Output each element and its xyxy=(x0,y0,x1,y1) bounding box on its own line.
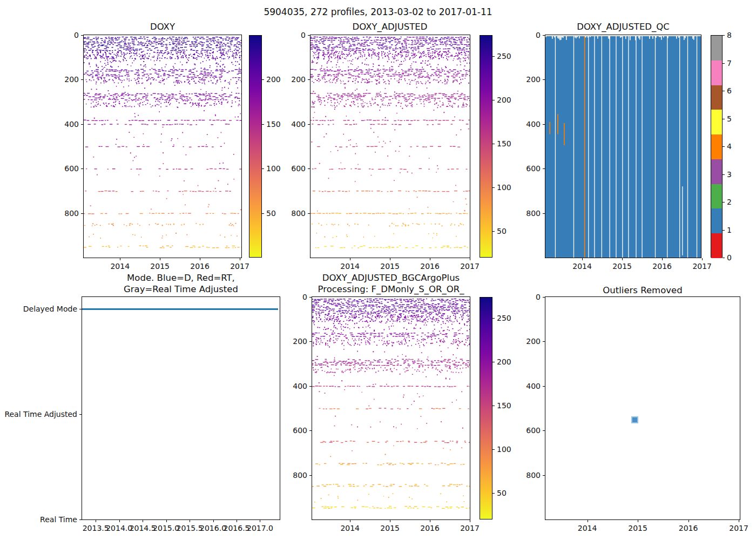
doxy_adjusted_qc-colorbar-block xyxy=(711,60,722,85)
doxy_adjusted-colorbar-tickmark xyxy=(492,187,495,188)
doxy_adjusted_qc-colorbar-tick-label: 7 xyxy=(727,59,732,68)
doxy_adjusted-x-tick-label: 2014 xyxy=(340,262,360,271)
doxy-colorbar-tickmark xyxy=(262,79,264,80)
doxy_adjusted_bgc-y-tick-label: 600 xyxy=(293,426,307,435)
outliers_removed-x-tick-label: 2014 xyxy=(578,524,597,532)
doxy_adjusted_qc-x-tickmark xyxy=(662,258,663,260)
doxy_adjusted_qc-colorbar-block xyxy=(711,233,722,258)
doxy_adjusted_qc-colorbar-block xyxy=(711,85,722,110)
doxy_adjusted_qc-colorbar-tick-label: 6 xyxy=(727,86,732,95)
bgc-title-line1: DOXY_ADJUSTED_BGCArgoPlus xyxy=(318,272,464,284)
mode-x-tickmark xyxy=(96,520,96,522)
doxy_adjusted-y-tick-label: 0 xyxy=(301,31,306,39)
doxy_adjusted_qc-colorbar-tick-label: 0 xyxy=(727,253,732,262)
outliers_removed-y-tick-label: 200 xyxy=(526,337,541,346)
mode-x-tick-label: 2016.0 xyxy=(200,524,226,532)
outliers_removed-x-tickmark xyxy=(588,520,588,522)
outliers_removed-y-tick-label: 800 xyxy=(526,471,541,480)
outliers_removed-y-tick-label: 0 xyxy=(536,293,541,301)
mode-x-tick-label: 2013.5 xyxy=(83,524,109,532)
doxy_adjusted_qc-y-tickmark xyxy=(543,79,545,80)
doxy-y-tickmark xyxy=(81,35,83,36)
doxy_adjusted_qc-colorbar-tickmark xyxy=(723,35,725,36)
doxy_adjusted-colorbar-tickmark xyxy=(492,56,495,57)
outliers_removed-y-tickmark xyxy=(543,430,545,431)
doxy_adjusted_qc-colorbar-block xyxy=(711,36,722,60)
doxy_adjusted-y-tickmark xyxy=(308,168,310,169)
doxy_adjusted_qc-x-tick-label: 2015 xyxy=(612,262,632,271)
mode-x-tickmark xyxy=(260,520,260,522)
mode-x-tickmark xyxy=(237,520,237,522)
doxy_adjusted_bgc-y-tick-label: 200 xyxy=(293,337,307,346)
doxy_adjusted_qc-colorbar-tick-label: 8 xyxy=(727,31,732,39)
outliers_removed-y-tick-label: 400 xyxy=(526,382,541,390)
doxy_adjusted_bgc-colorbar-tick-label: 100 xyxy=(497,445,511,454)
doxy-y-tick-label: 800 xyxy=(64,209,79,218)
doxy-x-tick-label: 2015 xyxy=(150,262,170,271)
doxy-colorbar-tick-label: 150 xyxy=(266,120,281,129)
outliers_removed-x-tickmark xyxy=(739,520,739,522)
mode-x-tick-label: 2015.5 xyxy=(177,524,203,532)
outliers_removed-plot-area xyxy=(545,296,740,520)
mode-y-tick-label: Delayed Mode xyxy=(23,305,77,313)
doxy_adjusted-colorbar-tickmark xyxy=(492,100,495,100)
doxy_adjusted_qc-x-tickmark xyxy=(702,258,703,260)
mode-title-line1: Mode. Blue=D, Red=RT, xyxy=(124,272,238,284)
doxy_adjusted_qc-colorbar-tick-label: 1 xyxy=(727,226,732,234)
mode-x-tick-label: 2017.0 xyxy=(247,524,273,532)
doxy_adjusted_bgc-colorbar-tickmark xyxy=(492,493,495,494)
doxy_adjusted_qc-colorbar-block xyxy=(711,110,722,134)
doxy_adjusted_qc-colorbar xyxy=(711,35,723,258)
doxy_adjusted-colorbar-tick-label: 250 xyxy=(497,52,511,60)
doxy_adjusted_bgc-x-tick-label: 2015 xyxy=(380,524,400,532)
doxy_adjusted-y-tick-label: 800 xyxy=(291,209,306,218)
bgc-title: DOXY_ADJUSTED_BGCArgoPlus Processing: F_… xyxy=(318,272,464,295)
mode-y-tick-label: Real Time xyxy=(40,515,77,524)
outliers_removed-y-tickmark xyxy=(543,341,545,342)
outliers_removed-x-tick-label: 2017 xyxy=(729,524,748,532)
doxy_adjusted_qc-x-tickmark xyxy=(582,258,583,260)
doxy_adjusted-y-tickmark xyxy=(308,79,310,80)
doxy_adjusted-colorbar-tick-label: 150 xyxy=(497,139,511,148)
doxy_adjusted-colorbar-tick-label: 200 xyxy=(497,96,511,104)
doxy_adjusted_bgc-x-tickmark xyxy=(430,520,430,522)
doxy_adjusted_qc-colorbar-tick-label: 3 xyxy=(727,170,732,179)
doxy_adjusted_bgc-colorbar-tickmark xyxy=(492,318,495,319)
mode-x-tick-label: 2016.5 xyxy=(224,524,250,532)
doxy_adjusted_bgc-y-tickmark xyxy=(309,341,312,342)
doxy_adjusted_bgc-y-tickmark xyxy=(309,475,312,476)
doxy_adjusted-y-tick-label: 400 xyxy=(291,120,306,129)
doxy_adjusted_bgc-colorbar-tickmark xyxy=(492,362,495,362)
doxy_adjusted-colorbar-tickmark xyxy=(492,231,495,232)
doxy_adjusted_qc-colorbar-tickmark xyxy=(723,63,725,64)
mode-title: Mode. Blue=D, Red=RT, Gray=Real Time Adj… xyxy=(124,272,238,295)
mode-plot-area xyxy=(82,296,280,520)
doxy_adjusted_bgc-x-tick-label: 2016 xyxy=(420,524,440,532)
mode-y-tick-label: Real Time Adjusted xyxy=(4,410,77,418)
mode-delayed-mode-line xyxy=(82,308,278,310)
doxy-x-tick-label: 2016 xyxy=(190,262,210,271)
doxy-scatter-canvas xyxy=(84,35,241,258)
doxy-y-tick-label: 0 xyxy=(74,31,79,39)
doxy_adjusted_qc-colorbar-tickmark xyxy=(723,91,725,91)
bgc-title-line2: Processing: F_DMonly_S_OR_OR_ xyxy=(318,284,464,295)
outliers_removed-y-tickmark xyxy=(543,386,545,387)
doxy_adjusted_bgc-colorbar-tick-label: 200 xyxy=(497,357,511,366)
doxy_adjusted_bgc-colorbar-tickmark xyxy=(492,449,495,450)
doxy_adjusted_qc-y-tickmark xyxy=(543,168,545,169)
doxy_adjusted_qc-colorbar-tick-label: 4 xyxy=(727,142,732,151)
doxy_adjusted_bgc-y-tickmark xyxy=(309,386,312,387)
doxy-x-tickmark xyxy=(240,258,240,260)
doxy_adjusted-x-tick-label: 2016 xyxy=(420,262,440,271)
doxy-y-tick-label: 400 xyxy=(64,120,79,129)
doxy_adjusted_qc-colorbar-tickmark xyxy=(723,230,725,231)
doxy_adjusted_qc-colorbar-tick-label: 2 xyxy=(727,198,732,206)
doxy-y-tickmark xyxy=(81,79,83,80)
doxy-adjusted-title: DOXY_ADJUSTED xyxy=(353,22,428,32)
mode-y-tickmark xyxy=(79,519,82,520)
mode-y-tickmark xyxy=(79,309,82,309)
doxy_adjusted_qc-colorbar-block xyxy=(711,208,722,233)
doxy-y-tick-label: 200 xyxy=(64,75,79,84)
doxy_adjusted_bgc-x-tick-label: 2017 xyxy=(460,524,480,532)
doxy_adjusted-y-tick-label: 600 xyxy=(291,164,306,173)
